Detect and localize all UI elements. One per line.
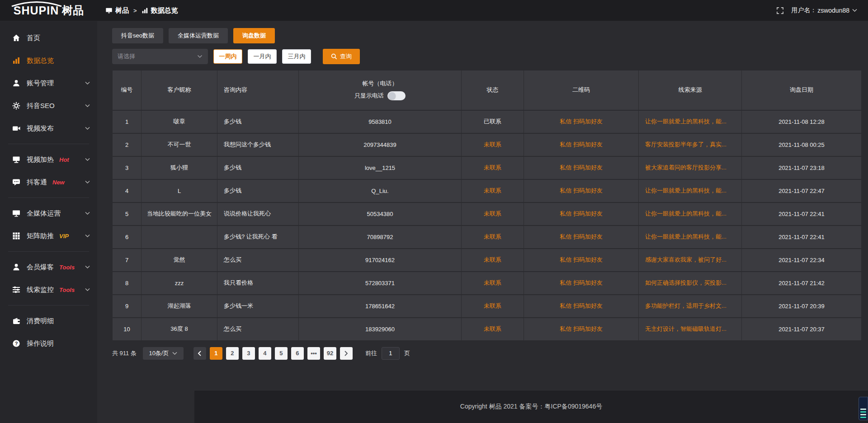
breadcrumb-separator: >: [133, 7, 137, 14]
chevron-down-icon: [85, 288, 90, 291]
top-bar: SHUPIN 树品 树品 > 数据总览 用户名：zswodun88: [0, 0, 868, 21]
sidebar-item-video-publish[interactable]: 视频发布: [0, 117, 97, 140]
qrcode-link[interactable]: 私信 扫码加好友: [560, 187, 603, 194]
chevron-right-icon: [344, 351, 348, 356]
gear-icon: [12, 102, 20, 110]
floating-widget[interactable]: [859, 397, 868, 420]
sidebar-divider: [8, 197, 89, 198]
page-button-92[interactable]: 92: [324, 347, 336, 360]
grid-icon: [12, 232, 20, 240]
goto-page-input[interactable]: [382, 347, 400, 360]
logo-arc: [10, 1, 63, 7]
sidebar-item-douyin-seo[interactable]: 抖音SEO: [0, 94, 97, 117]
source-link[interactable]: 多功能护栏灯，适用于乡村文...: [645, 302, 726, 309]
widget-bar: [860, 417, 866, 418]
next-page-button[interactable]: [340, 347, 353, 360]
phone-only-toggle[interactable]: [387, 91, 406, 100]
cell-status: 未联系: [462, 226, 524, 249]
page-button-2[interactable]: 2: [226, 347, 239, 360]
cell-date: 2021-11-07 22:41: [742, 226, 862, 249]
sidebar-divider: [8, 305, 89, 306]
cell-account: 917024162: [299, 249, 462, 272]
widget-bar: [860, 411, 866, 413]
cell-nickname: 不可一世: [142, 133, 217, 156]
goto-unit: 页: [404, 349, 410, 357]
sidebar-divider: [8, 144, 89, 144]
qrcode-link[interactable]: 私信 扫码加好友: [560, 210, 603, 217]
cell-account: 183929060: [299, 318, 462, 341]
sidebar-item-video-heat[interactable]: 视频加热Hot: [0, 148, 97, 171]
page-button-5[interactable]: 5: [275, 347, 288, 360]
header-qrcode: 二维码: [524, 70, 639, 110]
sidebar-item-account[interactable]: 账号管理: [0, 72, 97, 94]
source-link[interactable]: 被大家追着问的客厅投影分享...: [645, 164, 726, 171]
sidebar-item-consume[interactable]: 消费明细: [0, 310, 97, 332]
sidebar-item-doukatong[interactable]: 抖客通New: [0, 171, 97, 193]
cell-nickname: 36度 8: [142, 318, 217, 341]
user-menu[interactable]: 用户名：zswodun88: [791, 6, 857, 14]
qrcode-link[interactable]: 私信 扫码加好友: [560, 233, 603, 240]
footer: Copyright 树品 2021 备案号：粤ICP备09019646号: [194, 390, 868, 423]
period-button-quarter[interactable]: 三月内: [282, 49, 311, 64]
period-button-week[interactable]: 一周内: [213, 49, 242, 64]
search-icon: [331, 53, 337, 60]
header-nickname: 客户昵称: [142, 70, 217, 110]
fullscreen-icon[interactable]: [776, 7, 784, 14]
cell-nickname: 湖起湖落: [142, 295, 217, 318]
sidebar-item-home[interactable]: 首页: [0, 27, 97, 49]
prev-page-button[interactable]: [193, 347, 206, 360]
sidebar-item-label: 视频加热: [27, 155, 54, 164]
sidebar-divider: [8, 251, 89, 252]
tab-inquiry-data[interactable]: 询盘数据: [233, 28, 275, 43]
sidebar-item-matrix-boost[interactable]: 矩阵助推VIP: [0, 225, 97, 247]
source-link[interactable]: 客厅安装投影半年多了，真实...: [645, 141, 726, 148]
source-link[interactable]: 让你一眼就爱上的黑科技，能...: [645, 233, 726, 240]
source-link[interactable]: 如何正确选择投影仪，买投影...: [645, 279, 726, 286]
source-link[interactable]: 感谢大家喜欢我家，被问了好...: [645, 256, 726, 263]
source-link[interactable]: 让你一眼就爱上的黑科技，能...: [645, 118, 726, 125]
breadcrumb-item-page[interactable]: 数据总览: [142, 6, 178, 15]
sidebar-item-label: 抖音SEO: [27, 102, 55, 110]
cell-id: 4: [113, 179, 142, 202]
period-button-month[interactable]: 一月内: [248, 49, 277, 64]
display-icon: [12, 155, 20, 164]
qrcode-link[interactable]: 私信 扫码加好友: [560, 325, 603, 332]
cell-id: 2: [113, 133, 142, 156]
monitor-icon: [12, 209, 20, 217]
source-link[interactable]: 无主灯设计，智能磁吸轨道灯...: [645, 325, 726, 332]
sidebar-item-label: 操作说明: [27, 339, 54, 348]
page-button-6[interactable]: 6: [291, 347, 304, 360]
sidebar-item-help[interactable]: ?操作说明: [0, 332, 97, 355]
search-button[interactable]: 查询: [323, 49, 360, 64]
cell-account: 50534380: [299, 202, 462, 226]
header-id: 编号: [113, 70, 142, 110]
page-ellipsis-button[interactable]: •••: [307, 347, 320, 360]
cell-id: 1: [113, 110, 142, 133]
qrcode-link[interactable]: 私信 扫码加好友: [560, 141, 603, 148]
tab-media-ops-data[interactable]: 全媒体运营数据: [169, 28, 228, 43]
copyright-text: Copyright 树品 2021 备案号：粤ICP备09019646号: [460, 403, 602, 411]
sidebar-item-data-overview[interactable]: 数据总览: [0, 49, 97, 72]
qrcode-link[interactable]: 私信 扫码加好友: [560, 164, 603, 171]
cell-date: 2021-11-07 20:37: [742, 318, 862, 341]
cell-account: 70898792: [299, 226, 462, 249]
qrcode-link[interactable]: 私信 扫码加好友: [560, 279, 603, 286]
source-link[interactable]: 让你一眼就爱上的黑科技，能...: [645, 187, 726, 194]
qrcode-link[interactable]: 私信 扫码加好友: [560, 118, 603, 125]
qrcode-link[interactable]: 私信 扫码加好友: [560, 302, 603, 309]
source-link[interactable]: 让你一眼就爱上的黑科技，能...: [645, 210, 726, 217]
sidebar-item-leads-monitor[interactable]: 线索监控Tools: [0, 278, 97, 301]
tab-douyin-seo-data[interactable]: 抖音seo数据: [112, 28, 163, 43]
table-header-row: 编号 客户昵称 咨询内容 帐号（电话） 只显示电话: [113, 70, 862, 110]
qrcode-link[interactable]: 私信 扫码加好友: [560, 256, 603, 263]
cell-date: 2021-11-08 12:28: [742, 110, 862, 133]
page-size-select[interactable]: 10条/页: [143, 347, 184, 360]
page-button-3[interactable]: 3: [242, 347, 255, 360]
breadcrumb-item-app[interactable]: 树品: [105, 6, 129, 15]
sidebar-item-member-boom[interactable]: 会员爆客Tools: [0, 256, 97, 278]
home-icon: [12, 34, 20, 42]
page-button-1[interactable]: 1: [210, 347, 222, 360]
page-button-4[interactable]: 4: [259, 347, 271, 360]
sidebar-item-media-ops[interactable]: 全媒体运营: [0, 202, 97, 225]
account-select[interactable]: 请选择: [112, 49, 208, 64]
